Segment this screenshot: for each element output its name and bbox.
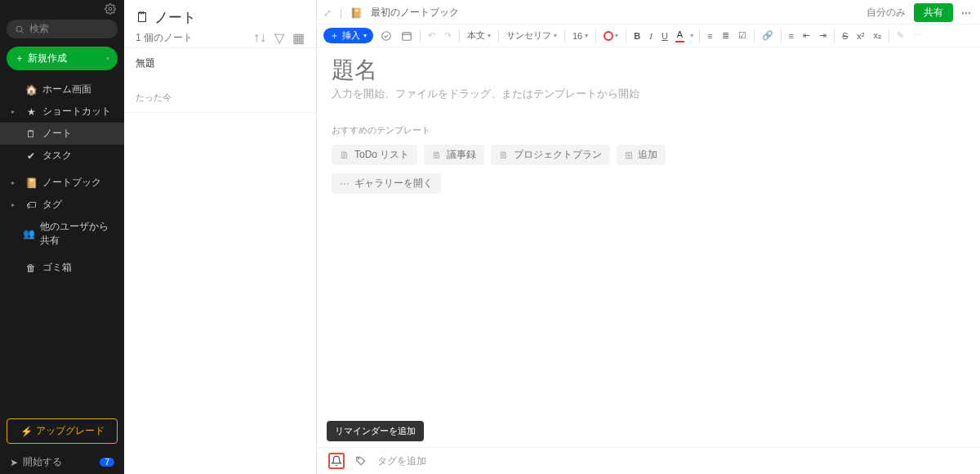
separator: [754, 29, 755, 42]
svg-point-3: [382, 31, 391, 40]
separator: [498, 29, 499, 42]
insert-label: 挿入: [342, 29, 360, 42]
separator: [420, 29, 421, 42]
sidebar-item-notebooks[interactable]: ▸📔 ノートブック: [0, 172, 124, 194]
separator: [889, 29, 889, 42]
filter-icon[interactable]: ▽: [274, 30, 284, 46]
checklist-button[interactable]: ☑: [737, 29, 748, 42]
expand-icon[interactable]: ▸: [11, 201, 20, 208]
new-button-label: 新規作成: [28, 51, 67, 65]
start-label: 開始する: [23, 455, 62, 469]
sidebar-item-home[interactable]: 🏠 ホーム画面: [0, 78, 124, 101]
tag-button[interactable]: [353, 453, 369, 469]
reminder-button[interactable]: リマインダーを追加: [328, 453, 345, 469]
more-formatting-button[interactable]: ⋯: [911, 29, 924, 42]
document-icon: 🗎: [340, 150, 350, 161]
superscript-button[interactable]: x²: [855, 29, 866, 42]
chevron-down-icon: ▾: [106, 55, 109, 62]
sort-icon[interactable]: ↑↓: [253, 30, 266, 46]
templates-header: おすすめのテンプレート: [332, 124, 965, 136]
new-button[interactable]: ＋ 新規作成 ▾: [7, 47, 118, 70]
sidebar-item-tags[interactable]: ▸🏷 タグ: [0, 194, 124, 216]
home-icon: 🏠: [24, 84, 38, 96]
template-project[interactable]: 🗎プロジェクトプラン: [491, 145, 610, 165]
numbered-list-button[interactable]: ≣: [720, 29, 731, 42]
note-body-placeholder[interactable]: 入力を開始、ファイルをドラッグ、またはテンプレートから開始: [332, 87, 965, 101]
check-icon: ✔: [24, 150, 38, 162]
sidebar-item-label: タグ: [42, 198, 62, 212]
plus-icon: ⊞: [625, 150, 633, 161]
redo-button[interactable]: ↷: [443, 29, 453, 42]
sidebar-item-shortcuts[interactable]: ▸★ ショートカット: [0, 101, 124, 123]
share-button[interactable]: 共有: [914, 3, 953, 22]
search-input[interactable]: 検索: [7, 20, 118, 38]
template-todo[interactable]: 🗎ToDo リスト: [332, 145, 417, 165]
view-icon[interactable]: ▦: [292, 30, 305, 46]
sidebar-item-shared[interactable]: 👥 他のユーザから共有: [0, 216, 124, 252]
expand-icon[interactable]: ▸: [11, 179, 20, 186]
clear-formatting-button[interactable]: ✎: [895, 29, 906, 42]
notebook-icon: 📔: [24, 177, 38, 189]
expand-icon[interactable]: ⤢: [323, 7, 332, 19]
sidebar-item-trash[interactable]: 🗑 ゴミ箱: [0, 257, 124, 279]
sidebar-item-label: ノートブック: [42, 176, 101, 190]
sidebar-item-label: タスク: [42, 149, 72, 163]
reminder-tooltip: リマインダーを追加: [327, 421, 424, 441]
chevron-down-icon: ▾: [615, 32, 618, 39]
plus-icon: ＋: [330, 29, 339, 42]
underline-button[interactable]: U: [660, 29, 670, 42]
chevron-down-icon[interactable]: ▾: [690, 32, 693, 39]
upgrade-button[interactable]: ⚡ アップグレード: [7, 418, 118, 444]
notification-badge[interactable]: 7: [100, 458, 114, 467]
separator: [781, 29, 782, 42]
note-icon: 🗒: [136, 10, 149, 26]
strikethrough-button[interactable]: S: [840, 29, 849, 42]
sidebar-item-label: ゴミ箱: [42, 261, 72, 275]
upgrade-label: アップグレード: [36, 424, 105, 438]
template-gallery[interactable]: ⋯ギャラリーを開く: [332, 173, 441, 194]
svg-point-0: [109, 7, 112, 11]
font-size-select[interactable]: 16▾: [571, 29, 590, 42]
template-meeting[interactable]: 🗎議事録: [424, 145, 484, 165]
sidebar-item-notes[interactable]: 🗒 ノート: [0, 123, 124, 145]
insert-button[interactable]: ＋ 挿入 ▾: [323, 28, 373, 43]
subscript-button[interactable]: x₂: [872, 29, 884, 42]
template-add[interactable]: ⊞追加: [617, 145, 666, 165]
more-icon[interactable]: ⋯: [961, 7, 972, 19]
note-title-input[interactable]: [332, 57, 965, 83]
chevron-down-icon: ▾: [554, 32, 557, 39]
separator: [459, 29, 460, 42]
sidebar-item-tasks[interactable]: ✔ タスク: [0, 145, 124, 167]
font-family-select[interactable]: サンセリフ▾: [505, 28, 559, 43]
align-left-button[interactable]: ≡: [787, 29, 795, 42]
search-placeholder: 検索: [29, 22, 49, 36]
ai-button[interactable]: [379, 29, 394, 43]
sidebar-item-label: ショートカット: [42, 105, 111, 118]
gear-icon[interactable]: [105, 3, 116, 15]
text-color-button[interactable]: ▾: [602, 29, 620, 42]
chevron-down-icon: ▾: [363, 32, 367, 39]
sidebar-item-label: ホーム画面: [42, 83, 91, 96]
notebook-name[interactable]: 最初のノートブック: [371, 6, 459, 20]
tag-input[interactable]: タグを追加: [377, 454, 426, 468]
font-color-button[interactable]: A: [675, 29, 684, 42]
bulleted-list-button[interactable]: ≡: [706, 29, 714, 42]
outdent-button[interactable]: ⇥: [817, 29, 828, 42]
search-icon: [15, 25, 24, 34]
link-button[interactable]: 🔗: [760, 29, 775, 42]
document-icon: 🗎: [499, 150, 509, 161]
sidebar-item-label: ノート: [42, 127, 72, 141]
separator: [564, 29, 565, 42]
start-link[interactable]: ➤ 開始する: [10, 455, 62, 469]
italic-button[interactable]: I: [648, 29, 654, 42]
note-item-date: たった今: [136, 92, 305, 104]
visibility-label[interactable]: 自分のみ: [866, 6, 906, 20]
note-list-item[interactable]: 無題 たった今: [124, 47, 316, 113]
indent-button[interactable]: ⇤: [801, 29, 812, 42]
bold-button[interactable]: B: [632, 29, 642, 42]
undo-button[interactable]: ↶: [426, 29, 437, 42]
chevron-down-icon: ▾: [488, 32, 491, 39]
calendar-button[interactable]: [399, 29, 414, 43]
paragraph-style-select[interactable]: 本文▾: [466, 28, 492, 43]
expand-icon[interactable]: ▸: [11, 108, 20, 115]
